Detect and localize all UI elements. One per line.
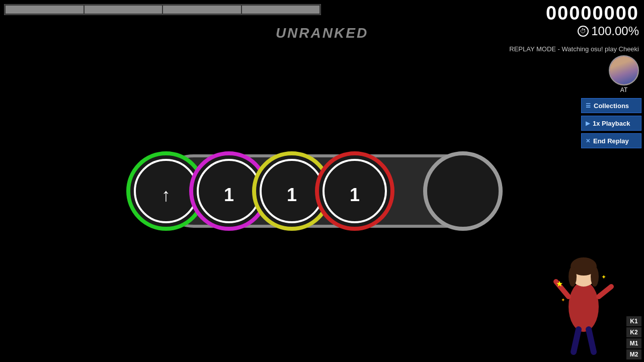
- progress-segment-3: [163, 6, 241, 14]
- svg-point-14: [569, 282, 599, 332]
- rank-status: UNRANKED: [276, 25, 368, 41]
- accuracy-display: ⏱ 100.00%: [578, 24, 639, 38]
- playback-label: 1x Playback: [593, 120, 630, 127]
- k1-key: K1: [626, 316, 641, 326]
- m1-key: M1: [626, 338, 641, 348]
- progress-bar: [4, 4, 321, 15]
- progress-segment-1: [6, 6, 84, 14]
- m2-row: M2: [626, 349, 641, 359]
- avatar-face: [610, 56, 638, 84]
- k1-row: K1: [626, 316, 641, 326]
- svg-text:1: 1: [350, 185, 360, 205]
- m1-row: M1: [626, 338, 641, 348]
- collections-icon: ☰: [586, 103, 591, 109]
- game-circles: ↑ 1 1 1: [101, 111, 528, 272]
- close-icon: ✕: [586, 138, 590, 144]
- svg-text:✦: ✦: [601, 274, 606, 281]
- svg-point-1: [425, 153, 501, 229]
- play-icon: ▶: [586, 120, 590, 127]
- end-replay-button[interactable]: ✕ End Replay: [581, 133, 641, 148]
- accuracy-value: 100.00%: [591, 24, 639, 38]
- score-display: 00000000: [546, 3, 639, 24]
- svg-line-22: [589, 329, 594, 352]
- svg-point-18: [591, 266, 599, 287]
- avatar-container: AT: [609, 55, 639, 94]
- key-input-panel: K1 K2 M1 M2: [624, 314, 644, 362]
- svg-text:✦: ✦: [561, 297, 565, 303]
- svg-text:1: 1: [287, 185, 297, 205]
- buttons-panel: ☰ Collections ▶ 1x Playback ✕ End Replay: [581, 98, 641, 148]
- replay-mode-text: REPLAY MODE - Watching osu! play Cheeki: [509, 45, 639, 53]
- character-sprite: ★ ✦ ✦: [553, 246, 614, 362]
- m2-key: M2: [626, 349, 641, 359]
- svg-text:↑: ↑: [162, 185, 171, 205]
- avatar-label: AT: [620, 86, 627, 94]
- svg-line-21: [574, 329, 579, 352]
- playback-button[interactable]: ▶ 1x Playback: [581, 116, 641, 131]
- collections-button[interactable]: ☰ Collections: [581, 98, 641, 113]
- k2-row: K2: [626, 327, 641, 337]
- svg-line-20: [599, 287, 611, 297]
- k2-key: K2: [626, 327, 641, 337]
- svg-text:1: 1: [224, 185, 234, 205]
- progress-segment-4: [242, 6, 320, 14]
- avatar: [609, 55, 639, 85]
- accuracy-icon: ⏱: [578, 26, 589, 37]
- svg-point-17: [569, 266, 577, 287]
- svg-text:★: ★: [556, 280, 563, 288]
- end-replay-label: End Replay: [593, 137, 629, 145]
- collections-label: Collections: [594, 102, 629, 110]
- progress-segment-2: [85, 6, 163, 14]
